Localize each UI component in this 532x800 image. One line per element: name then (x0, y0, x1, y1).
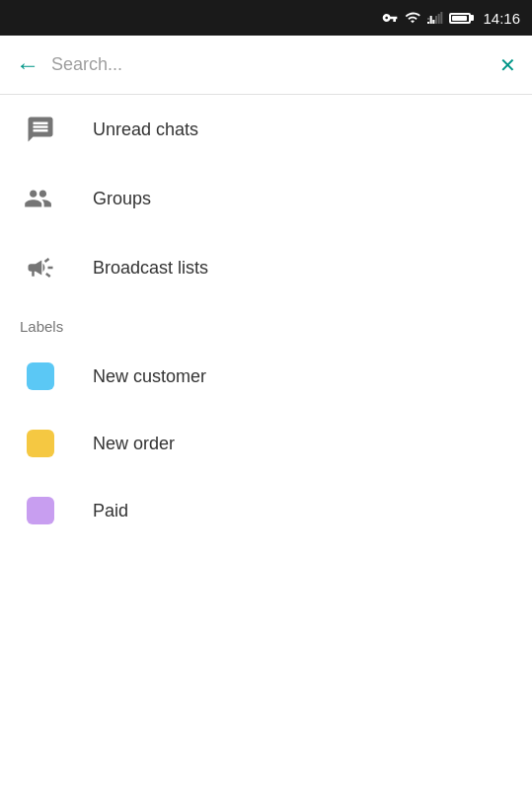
list-item-new-order[interactable]: New order (0, 410, 532, 477)
unread-chats-label: Unread chats (93, 120, 198, 140)
list-item-groups[interactable]: Groups (0, 164, 532, 233)
close-button[interactable]: ✕ (499, 53, 516, 77)
filter-list: Unread chats Groups Broadcast lists Labe… (0, 95, 532, 544)
groups-label: Groups (93, 189, 151, 209)
new-order-label: New order (93, 434, 175, 454)
list-item-broadcast[interactable]: Broadcast lists (0, 233, 532, 302)
wifi-icon (404, 10, 421, 26)
groups-icon (20, 184, 61, 213)
status-time: 14:16 (483, 10, 520, 27)
search-input[interactable] (51, 54, 488, 75)
paid-label: Paid (93, 501, 128, 521)
list-item-unread[interactable]: Unread chats (0, 95, 532, 164)
status-bar: 14:16 (0, 0, 532, 36)
list-item-paid[interactable]: Paid (0, 477, 532, 544)
new-customer-label: New customer (93, 366, 206, 387)
back-button[interactable]: ← (16, 51, 39, 79)
paid-icon (20, 497, 61, 524)
signal-icon (427, 10, 443, 26)
search-bar: ← ✕ (0, 36, 532, 95)
list-item-new-customer[interactable]: New customer (0, 343, 532, 410)
unread-chats-icon (20, 115, 61, 144)
broadcast-lists-label: Broadcast lists (93, 258, 208, 279)
labels-section-header: Labels (0, 302, 532, 343)
new-order-icon (20, 430, 61, 457)
new-customer-icon (20, 362, 61, 390)
status-icons: 14:16 (382, 10, 520, 27)
broadcast-icon (20, 253, 61, 282)
key-icon (382, 10, 398, 26)
battery-icon (449, 13, 471, 24)
